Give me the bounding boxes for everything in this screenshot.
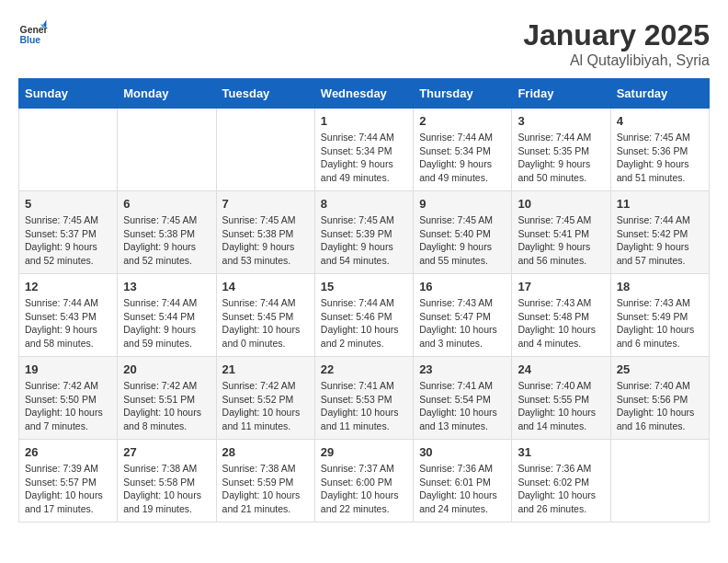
day-info: Sunrise: 7:38 AM Sunset: 5:59 PM Dayligh… xyxy=(222,462,309,516)
day-number: 18 xyxy=(617,280,703,293)
calendar-cell: 27Sunrise: 7:38 AM Sunset: 5:58 PM Dayli… xyxy=(118,440,216,523)
calendar-cell: 21Sunrise: 7:42 AM Sunset: 5:52 PM Dayli… xyxy=(216,357,314,440)
calendar-cell xyxy=(19,109,118,191)
day-number: 13 xyxy=(123,280,210,293)
day-info: Sunrise: 7:39 AM Sunset: 5:57 PM Dayligh… xyxy=(25,462,111,516)
calendar-cell xyxy=(610,440,709,523)
calendar-cell: 17Sunrise: 7:43 AM Sunset: 5:48 PM Dayli… xyxy=(512,274,610,357)
calendar-cell: 31Sunrise: 7:36 AM Sunset: 6:02 PM Dayli… xyxy=(512,440,610,523)
day-info: Sunrise: 7:44 AM Sunset: 5:34 PM Dayligh… xyxy=(419,131,506,185)
day-info: Sunrise: 7:43 AM Sunset: 5:48 PM Dayligh… xyxy=(518,296,604,350)
day-number: 24 xyxy=(518,362,604,376)
day-info: Sunrise: 7:42 AM Sunset: 5:50 PM Dayligh… xyxy=(25,379,111,433)
day-number: 14 xyxy=(222,280,309,293)
day-number: 11 xyxy=(617,197,703,211)
day-number: 16 xyxy=(419,280,506,293)
day-info: Sunrise: 7:41 AM Sunset: 5:54 PM Dayligh… xyxy=(419,379,506,433)
calendar-cell: 15Sunrise: 7:44 AM Sunset: 5:46 PM Dayli… xyxy=(314,274,413,357)
day-info: Sunrise: 7:44 AM Sunset: 5:43 PM Dayligh… xyxy=(25,296,111,350)
calendar-cell: 25Sunrise: 7:40 AM Sunset: 5:56 PM Dayli… xyxy=(610,357,709,440)
page-header: General Blue January 2025 Al Qutaylibiya… xyxy=(18,18,710,69)
day-number: 10 xyxy=(518,197,604,211)
calendar-table: SundayMondayTuesdayWednesdayThursdayFrid… xyxy=(18,78,710,523)
day-info: Sunrise: 7:45 AM Sunset: 5:41 PM Dayligh… xyxy=(518,213,604,268)
day-info: Sunrise: 7:43 AM Sunset: 5:49 PM Dayligh… xyxy=(617,296,703,350)
calendar-cell: 22Sunrise: 7:41 AM Sunset: 5:53 PM Dayli… xyxy=(314,357,413,440)
day-number: 15 xyxy=(321,280,407,293)
day-number: 6 xyxy=(123,197,210,211)
calendar-cell: 20Sunrise: 7:42 AM Sunset: 5:51 PM Dayli… xyxy=(118,357,216,440)
calendar-cell: 9Sunrise: 7:45 AM Sunset: 5:40 PM Daylig… xyxy=(414,191,512,274)
calendar-week-row: 5Sunrise: 7:45 AM Sunset: 5:37 PM Daylig… xyxy=(19,191,710,274)
day-info: Sunrise: 7:42 AM Sunset: 5:51 PM Dayligh… xyxy=(123,379,210,433)
header-thursday: Thursday xyxy=(414,79,512,109)
day-number: 25 xyxy=(617,362,703,376)
svg-text:Blue: Blue xyxy=(20,35,41,45)
day-number: 5 xyxy=(25,197,111,211)
calendar-cell: 5Sunrise: 7:45 AM Sunset: 5:37 PM Daylig… xyxy=(19,191,118,274)
calendar-cell: 1Sunrise: 7:44 AM Sunset: 5:34 PM Daylig… xyxy=(314,109,413,191)
day-number: 4 xyxy=(617,114,703,128)
header-monday: Monday xyxy=(118,79,216,109)
calendar-cell: 30Sunrise: 7:36 AM Sunset: 6:01 PM Dayli… xyxy=(414,440,512,523)
day-number: 31 xyxy=(518,445,604,459)
calendar-cell xyxy=(118,109,216,191)
day-number: 20 xyxy=(123,362,210,376)
day-number: 17 xyxy=(518,280,604,293)
calendar-cell: 24Sunrise: 7:40 AM Sunset: 5:55 PM Dayli… xyxy=(512,357,610,440)
day-number: 2 xyxy=(419,114,506,128)
logo-icon: General Blue xyxy=(18,18,48,48)
calendar-cell: 18Sunrise: 7:43 AM Sunset: 5:49 PM Dayli… xyxy=(610,274,709,357)
calendar-cell: 7Sunrise: 7:45 AM Sunset: 5:38 PM Daylig… xyxy=(216,191,314,274)
calendar-cell: 6Sunrise: 7:45 AM Sunset: 5:38 PM Daylig… xyxy=(118,191,216,274)
day-number: 8 xyxy=(321,197,407,211)
calendar-cell: 26Sunrise: 7:39 AM Sunset: 5:57 PM Dayli… xyxy=(19,440,118,523)
calendar-week-row: 12Sunrise: 7:44 AM Sunset: 5:43 PM Dayli… xyxy=(19,274,710,357)
calendar-cell: 29Sunrise: 7:37 AM Sunset: 6:00 PM Dayli… xyxy=(314,440,413,523)
day-info: Sunrise: 7:40 AM Sunset: 5:56 PM Dayligh… xyxy=(617,379,703,433)
header-wednesday: Wednesday xyxy=(314,79,413,109)
day-info: Sunrise: 7:43 AM Sunset: 5:47 PM Dayligh… xyxy=(419,296,506,350)
calendar-cell: 4Sunrise: 7:45 AM Sunset: 5:36 PM Daylig… xyxy=(610,109,709,191)
day-info: Sunrise: 7:44 AM Sunset: 5:42 PM Dayligh… xyxy=(617,213,703,268)
day-number: 19 xyxy=(25,362,111,376)
day-number: 22 xyxy=(321,362,407,376)
day-number: 1 xyxy=(321,114,407,128)
day-number: 7 xyxy=(222,197,309,211)
location-subtitle: Al Qutaylibiyah, Syria xyxy=(523,52,710,69)
calendar-cell: 11Sunrise: 7:44 AM Sunset: 5:42 PM Dayli… xyxy=(610,191,709,274)
month-title: January 2025 xyxy=(523,18,710,52)
calendar-cell: 16Sunrise: 7:43 AM Sunset: 5:47 PM Dayli… xyxy=(414,274,512,357)
calendar-cell: 13Sunrise: 7:44 AM Sunset: 5:44 PM Dayli… xyxy=(118,274,216,357)
calendar-cell xyxy=(216,109,314,191)
header-sunday: Sunday xyxy=(19,79,118,109)
day-info: Sunrise: 7:44 AM Sunset: 5:44 PM Dayligh… xyxy=(123,296,210,350)
day-info: Sunrise: 7:40 AM Sunset: 5:55 PM Dayligh… xyxy=(518,379,604,433)
day-number: 27 xyxy=(123,445,210,459)
day-number: 30 xyxy=(419,445,506,459)
calendar-cell: 8Sunrise: 7:45 AM Sunset: 5:39 PM Daylig… xyxy=(314,191,413,274)
day-info: Sunrise: 7:44 AM Sunset: 5:35 PM Dayligh… xyxy=(518,131,604,185)
calendar-header-row: SundayMondayTuesdayWednesdayThursdayFrid… xyxy=(19,79,710,109)
calendar-cell: 28Sunrise: 7:38 AM Sunset: 5:59 PM Dayli… xyxy=(216,440,314,523)
day-number: 3 xyxy=(518,114,604,128)
calendar-cell: 19Sunrise: 7:42 AM Sunset: 5:50 PM Dayli… xyxy=(19,357,118,440)
day-info: Sunrise: 7:45 AM Sunset: 5:37 PM Dayligh… xyxy=(25,213,111,268)
title-block: January 2025 Al Qutaylibiyah, Syria xyxy=(523,18,710,69)
header-saturday: Saturday xyxy=(610,79,709,109)
calendar-cell: 14Sunrise: 7:44 AM Sunset: 5:45 PM Dayli… xyxy=(216,274,314,357)
calendar-week-row: 1Sunrise: 7:44 AM Sunset: 5:34 PM Daylig… xyxy=(19,109,710,191)
calendar-week-row: 19Sunrise: 7:42 AM Sunset: 5:50 PM Dayli… xyxy=(19,357,710,440)
day-number: 21 xyxy=(222,362,309,376)
day-info: Sunrise: 7:42 AM Sunset: 5:52 PM Dayligh… xyxy=(222,379,309,433)
day-info: Sunrise: 7:37 AM Sunset: 6:00 PM Dayligh… xyxy=(321,462,407,516)
day-info: Sunrise: 7:45 AM Sunset: 5:38 PM Dayligh… xyxy=(123,213,210,268)
day-info: Sunrise: 7:45 AM Sunset: 5:40 PM Dayligh… xyxy=(419,213,506,268)
calendar-week-row: 26Sunrise: 7:39 AM Sunset: 5:57 PM Dayli… xyxy=(19,440,710,523)
header-tuesday: Tuesday xyxy=(216,79,314,109)
header-friday: Friday xyxy=(512,79,610,109)
logo: General Blue xyxy=(18,18,48,48)
calendar-cell: 10Sunrise: 7:45 AM Sunset: 5:41 PM Dayli… xyxy=(512,191,610,274)
calendar-cell: 2Sunrise: 7:44 AM Sunset: 5:34 PM Daylig… xyxy=(414,109,512,191)
calendar-cell: 23Sunrise: 7:41 AM Sunset: 5:54 PM Dayli… xyxy=(414,357,512,440)
